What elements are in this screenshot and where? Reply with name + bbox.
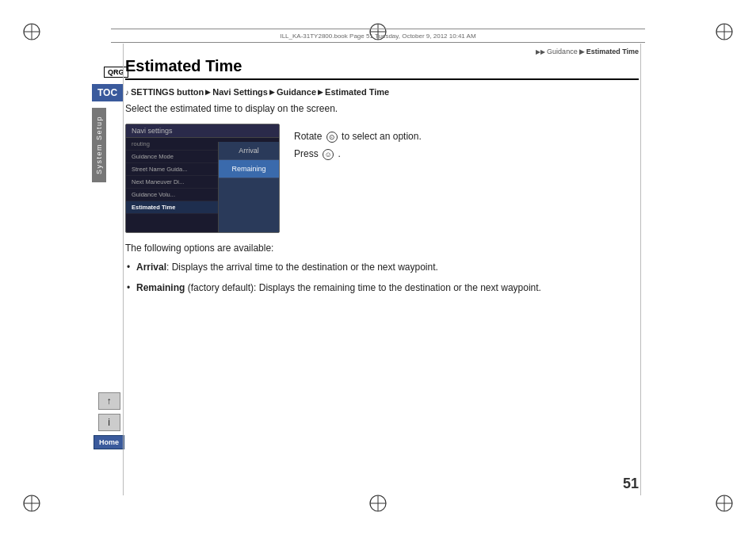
navi-item-estimated-time[interactable]: Estimated Time: [126, 201, 220, 214]
remaining-rest: : Displays the remaining time to the des…: [254, 282, 541, 293]
top-right-reg: [715, 22, 734, 41]
navi-submenu: Arrival Remaining: [218, 142, 279, 233]
icon-up-btn[interactable]: ↑: [98, 392, 120, 410]
navi-title-bar: Navi settings: [126, 124, 279, 138]
right-separator: [640, 44, 641, 495]
press-suffix: .: [338, 148, 340, 159]
toc-badge[interactable]: TOC: [92, 84, 123, 101]
navi-item-routing[interactable]: routing: [126, 138, 220, 151]
navi-item-guidance-vol[interactable]: Guidance Volu...: [126, 189, 220, 201]
navi-item-guidance-mode[interactable]: Guidance Mode: [126, 151, 220, 163]
submenu-item-arrival[interactable]: Arrival: [219, 142, 279, 160]
press-label: Press: [294, 148, 319, 159]
bullet-item-remaining: • Remaining (factory default): Displays …: [125, 281, 639, 295]
path-guidance: Guidance: [277, 87, 316, 97]
bottom-right-reg: [715, 494, 734, 513]
rotate-instruction: Rotate ⊙ to select an option.: [294, 128, 422, 146]
path-navi: Navi Settings: [212, 87, 268, 97]
bullet-dot-1: •: [127, 260, 130, 274]
info-icon: i: [108, 417, 110, 428]
instruction-text: Rotate ⊙ to select an option. Press ☺ .: [294, 124, 422, 162]
navi-item-street-name[interactable]: Street Name Guida...: [126, 163, 220, 176]
rotate-suffix: to select an option.: [342, 131, 422, 142]
path-settings: SETTINGS button: [131, 87, 204, 97]
bullet-dot-2: •: [127, 281, 130, 295]
bullet-item-arrival: • Arrival: Displays the arrival time to …: [125, 260, 639, 274]
options-section: The following options are available: • A…: [125, 243, 639, 295]
rotate-icon: ⊙: [326, 132, 338, 143]
bottom-left-reg: [22, 494, 41, 513]
breadcrumb-prefix: ▶▶: [536, 48, 545, 55]
settings-icon-symbol: ♪: [125, 88, 129, 97]
rotate-label: Rotate: [294, 131, 322, 142]
up-icon: ↑: [107, 396, 112, 407]
path-arrow-2: ▶: [269, 88, 275, 96]
bottom-icons-container: ↑ i Home: [94, 392, 124, 449]
bottom-center-reg: [368, 494, 388, 513]
navi-screenshot: Navi settings routing Guidance Mode Stre…: [125, 124, 280, 233]
arrival-bold: Arrival: [136, 262, 166, 273]
icon-info-btn[interactable]: i: [98, 414, 120, 431]
path-arrow-3: ▶: [318, 88, 323, 96]
remaining-extra: (factory default): [185, 282, 254, 293]
breadcrumb: ▶▶ Guidance ▶ Estimated Time: [536, 48, 639, 55]
arrival-rest: : Displays the arrival time to the desti…: [166, 262, 438, 273]
top-left-reg: [22, 22, 41, 41]
press-instruction: Press ☺ .: [294, 146, 422, 163]
press-icon: ☺: [323, 149, 334, 160]
path-line: ♪ SETTINGS button ▶ Navi Settings ▶ Guid…: [125, 87, 639, 97]
system-setup-label: System Setup: [92, 108, 106, 182]
breadcrumb-path: Guidance: [547, 48, 578, 55]
page-number: 51: [623, 476, 639, 492]
page-title: Estimated Time: [125, 57, 639, 80]
breadcrumb-sep: ▶: [579, 48, 585, 55]
navi-item-next-maneuver[interactable]: Next Maneuver Di...: [126, 176, 220, 189]
options-title: The following options are available:: [125, 243, 639, 254]
main-content: Estimated Time ♪ SETTINGS button ▶ Navi …: [125, 57, 639, 491]
breadcrumb-current: Estimated Time: [586, 48, 639, 55]
navi-menu-list: routing Guidance Mode Street Name Guida.…: [126, 138, 220, 230]
left-separator: [123, 44, 124, 495]
header-bar: ILL_KA-31TY2800.book Page 51 Tuesday, Oc…: [111, 29, 645, 43]
submenu-item-remaining[interactable]: Remaining: [219, 160, 279, 178]
qrg-badge: QRG: [104, 67, 128, 78]
content-row: Navi settings routing Guidance Mode Stre…: [125, 124, 639, 233]
path-estimated: Estimated Time: [325, 87, 389, 97]
file-info: ILL_KA-31TY2800.book Page 51 Tuesday, Oc…: [280, 32, 475, 40]
select-text: Select the estimated time to display on …: [125, 103, 639, 114]
home-button[interactable]: Home: [94, 435, 124, 449]
path-arrow-1: ▶: [205, 88, 211, 96]
remaining-bold: Remaining: [136, 282, 185, 293]
